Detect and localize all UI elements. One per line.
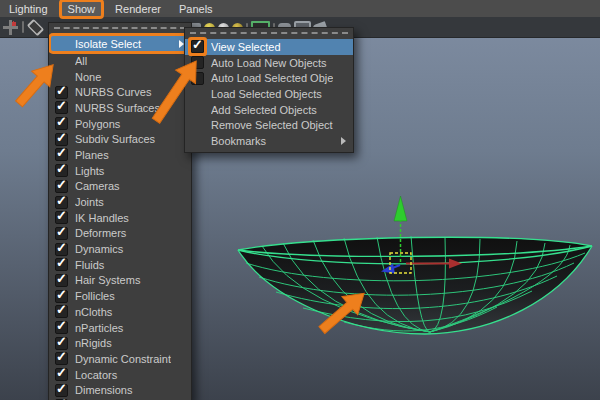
checkbox — [55, 133, 68, 146]
menu-item[interactable]: Add Selected Objects — [185, 102, 353, 118]
menu-item-label: NURBS Surfaces — [75, 102, 171, 114]
menu-item[interactable]: Isolate Select — [49, 34, 191, 53]
menu-item-label: Add Selected Objects — [211, 104, 333, 116]
submenu-arrow-icon — [341, 137, 346, 145]
checkbox — [55, 305, 68, 318]
menu-item-label: nRigids — [75, 337, 171, 349]
menubar-item-label: Renderer — [115, 3, 161, 15]
checkbox — [55, 384, 68, 397]
show-menu: Isolate Select All None NURBS — [48, 22, 192, 400]
menu-item[interactable]: Lights — [49, 163, 191, 179]
menu-item-label: Lights — [75, 165, 171, 177]
menu-item[interactable]: View Selected — [185, 39, 353, 55]
menu-item[interactable]: Follicles — [49, 288, 191, 304]
menu-item-label: Auto Load New Objects — [211, 57, 333, 69]
menu-item[interactable]: Remove Selected Objects — [185, 117, 353, 133]
menu-item[interactable]: Auto Load Selected Objects — [185, 70, 353, 86]
menubar-item[interactable]: Lighting — [0, 2, 57, 16]
menu-item[interactable]: Load Selected Objects — [185, 86, 353, 102]
menu-item[interactable]: Bookmarks — [185, 133, 353, 149]
menu-item[interactable]: IK Handles — [49, 210, 191, 226]
checkbox — [55, 86, 68, 99]
menu-item-label: All — [75, 55, 171, 67]
toolbar-left-icons — [0, 20, 49, 35]
menu-item-label: Cameras — [75, 180, 171, 192]
separator-bar[interactable] — [22, 21, 24, 33]
menu-item[interactable]: All — [49, 53, 191, 69]
tearoff-handle[interactable] — [190, 32, 348, 38]
y-axis-arrow[interactable] — [394, 196, 407, 221]
menu-item[interactable]: Hair Systems — [49, 273, 191, 289]
menu-item-label: NURBS Curves — [75, 86, 171, 98]
checkbox — [55, 368, 68, 381]
menu-item-label: Bookmarks — [211, 135, 333, 147]
checkbox — [191, 56, 204, 69]
isolate-select-submenu: View Selected Auto Load New Objects Auto… — [184, 27, 354, 153]
checkbox — [55, 274, 68, 287]
menu-item[interactable]: Cameras — [49, 179, 191, 195]
checkbox — [55, 243, 68, 256]
menu-item[interactable]: Joints — [49, 194, 191, 210]
menu-item-label: Polygons — [75, 118, 171, 130]
menu-item-label: Joints — [75, 196, 171, 208]
menu-item[interactable]: Deformers — [49, 226, 191, 242]
menu-item[interactable]: Locators — [49, 367, 191, 383]
menu-item-label: Dynamics — [75, 243, 171, 255]
menu-item[interactable]: Dynamic Constraints — [49, 351, 191, 367]
menu-item[interactable]: NURBS Curves — [49, 84, 191, 100]
checkbox — [55, 227, 68, 240]
checkbox — [55, 180, 68, 193]
menu-item-label: Subdiv Surfaces — [75, 133, 171, 145]
menu-item[interactable]: Planes — [49, 147, 191, 163]
menu-item[interactable]: Subdiv Surfaces — [49, 131, 191, 147]
menu-item-label: IK Handles — [75, 212, 171, 224]
menu-item-label: View Selected — [211, 41, 333, 53]
menu-item[interactable]: Dynamics — [49, 241, 191, 257]
menubar-item[interactable]: Panels — [170, 2, 222, 16]
menu-item[interactable]: Fluids — [49, 257, 191, 273]
move-tool-icon[interactable] — [3, 20, 18, 35]
menu-item-label: nCloths — [75, 306, 171, 318]
isolate-submenu-items: View Selected Auto Load New Objects Auto… — [185, 39, 353, 149]
menu-item-label: nParticles — [75, 322, 171, 334]
checkbox — [191, 40, 204, 53]
menu-item-label: Remove Selected Objects — [211, 119, 333, 131]
menubar-item-label: Lighting — [9, 3, 48, 15]
isolate-diamond-icon[interactable] — [27, 18, 44, 35]
panel-menubar: Lighting Show Renderer Panels — [0, 0, 600, 17]
checkbox — [55, 101, 68, 114]
menubar-item[interactable]: Renderer — [106, 2, 170, 16]
menu-item-label: None — [75, 71, 171, 83]
menu-item-label: Follicles — [75, 290, 171, 302]
tearoff-handle[interactable] — [54, 27, 186, 33]
menu-item-label: Locators — [75, 369, 171, 381]
menu-item[interactable]: nRigids — [49, 335, 191, 351]
menu-item[interactable]: Polygons — [49, 116, 191, 132]
menu-item[interactable]: Dimensions — [49, 382, 191, 398]
checkbox — [55, 290, 68, 303]
screenshot-root: Lighting Show Renderer Panels Isolate Se… — [0, 0, 600, 400]
bowl-wireframe[interactable] — [238, 236, 592, 334]
menubar-item[interactable]: Show — [59, 0, 105, 19]
menu-item-label: Planes — [75, 149, 171, 161]
checkbox — [191, 72, 204, 85]
checkbox — [55, 337, 68, 350]
menu-item[interactable]: Auto Load New Objects — [185, 55, 353, 71]
menu-item-label: Dynamic Constraints — [75, 353, 171, 365]
menu-item[interactable]: nParticles — [49, 320, 191, 336]
menu-item-label: Hair Systems — [75, 274, 171, 286]
menu-item-label: Dimensions — [75, 384, 171, 396]
checkbox — [55, 117, 68, 130]
menu-item-label: Auto Load Selected Objects — [211, 72, 333, 84]
checkbox — [55, 321, 68, 334]
menu-item-label: Deformers — [75, 227, 171, 239]
menu-item[interactable]: None — [49, 69, 191, 85]
menu-item[interactable]: NURBS Surfaces — [49, 100, 191, 116]
checkbox — [55, 258, 68, 271]
checkbox — [55, 352, 68, 365]
checkbox — [55, 164, 68, 177]
menubar-item-label: Show — [68, 3, 96, 15]
checkbox — [55, 211, 68, 224]
menu-item[interactable]: nCloths — [49, 304, 191, 320]
menu-item-label: Load Selected Objects — [211, 88, 333, 100]
